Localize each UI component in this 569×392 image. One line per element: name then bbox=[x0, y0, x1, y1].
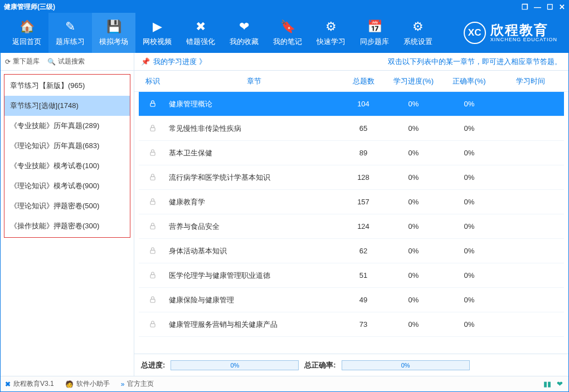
category-item[interactable]: 章节练习[选做](1748) bbox=[4, 96, 130, 116]
tool-icon: ⚙ bbox=[410, 19, 426, 35]
progress-cell: 0% bbox=[386, 198, 441, 206]
svg-rect-0 bbox=[150, 103, 155, 106]
toolbar-btn-6[interactable]: 🔖我的笔记 bbox=[266, 13, 309, 53]
chapter-cell: 营养与食品安全 bbox=[167, 222, 341, 232]
brand-sub: XINCHENG EDUCATION bbox=[490, 37, 557, 43]
svg-rect-4 bbox=[150, 201, 155, 204]
lock-icon bbox=[148, 148, 158, 158]
maximize-icon[interactable]: ☐ bbox=[547, 3, 553, 11]
table-body[interactable]: 健康管理概论 104 0% 0% 常见慢性非传染性疾病 65 0% 0% 基本卫… bbox=[134, 92, 568, 354]
total-accuracy-bar: 0% bbox=[342, 360, 470, 370]
search-questions-button[interactable]: 🔍 试题搜索 bbox=[47, 57, 85, 66]
restore-icon[interactable]: ❐ bbox=[522, 3, 528, 11]
toolbar-btn-2[interactable]: 💾模拟考场 bbox=[92, 13, 135, 53]
tool-label: 我的收藏 bbox=[230, 37, 259, 47]
total-cell: 89 bbox=[341, 149, 386, 157]
chapter-cell: 健康管理服务营销与相关健康产品 bbox=[167, 320, 341, 330]
tool-label: 题库练习 bbox=[56, 37, 85, 47]
lock-cell bbox=[139, 319, 167, 330]
table-row[interactable]: 医学伦理学与健康管理职业道德 51 0% 0% bbox=[139, 263, 564, 288]
category-item[interactable]: 《专业技能》模考试卷(100) bbox=[4, 156, 130, 176]
titlebar[interactable]: 健康管理师(三级) ❐ — ☐ ✕ bbox=[1, 1, 568, 13]
table-header: 标识 章节 总题数 学习进度(%) 正确率(%) 学习时间 bbox=[134, 71, 568, 92]
toolbar-btn-5[interactable]: ❤我的收藏 bbox=[222, 13, 266, 53]
table-row[interactable]: 基本卫生保健 89 0% 0% bbox=[139, 141, 564, 165]
toolbar-btn-9[interactable]: ⚙系统设置 bbox=[396, 13, 440, 53]
toolbar-btn-3[interactable]: ▶网校视频 bbox=[135, 13, 179, 53]
accuracy-cell: 0% bbox=[441, 296, 497, 304]
arrow-icon: » bbox=[121, 380, 125, 388]
tool-label: 快速学习 bbox=[317, 37, 346, 47]
minimize-icon[interactable]: — bbox=[534, 3, 541, 11]
tool-icon: ▶ bbox=[149, 19, 166, 35]
toolbar-btn-7[interactable]: ⚙快速学习 bbox=[309, 13, 353, 53]
toolbar-btn-0[interactable]: 🏠返回首页 bbox=[5, 13, 48, 53]
brand-logo: XC bbox=[464, 22, 486, 44]
progress-cell: 0% bbox=[386, 173, 441, 182]
tool-icon: ❤ bbox=[236, 19, 252, 35]
close-icon[interactable]: ✕ bbox=[559, 3, 565, 11]
accuracy-cell: 0% bbox=[441, 124, 497, 133]
col-chapter-header: 章节 bbox=[167, 76, 341, 86]
toolbar-btn-4[interactable]: ✖错题强化 bbox=[179, 13, 222, 53]
lock-icon bbox=[148, 295, 158, 305]
status-official[interactable]: » 官方主页 bbox=[121, 379, 154, 389]
tool-icon: 💾 bbox=[105, 19, 122, 35]
category-item[interactable]: 《操作技能》押题密卷(300) bbox=[4, 216, 130, 236]
col-icon-header: 标识 bbox=[139, 76, 167, 86]
accuracy-cell: 0% bbox=[441, 173, 497, 182]
table-row[interactable]: 身体活动基本知识 62 0% 0% bbox=[139, 239, 564, 263]
col-accuracy-header: 正确率(%) bbox=[441, 76, 497, 86]
category-item[interactable]: 《理论知识》历年真题(683) bbox=[4, 136, 130, 156]
table-row[interactable]: 健康管理服务营销与相关健康产品 73 0% 0% bbox=[139, 312, 564, 337]
status-helper[interactable]: 🧑 软件小助手 bbox=[65, 379, 110, 389]
category-item[interactable]: 《理论知识》模考试卷(900) bbox=[4, 176, 130, 196]
app-version: 欣程教育V3.1 bbox=[13, 379, 54, 389]
toolbar-btn-1[interactable]: ✎题库练习 bbox=[48, 13, 92, 53]
lock-cell bbox=[139, 99, 167, 109]
tool-icon: 🏠 bbox=[18, 19, 35, 35]
category-list: 章节练习【新版】(965)章节练习[选做](1748)《专业技能》历年真题(28… bbox=[1, 71, 134, 376]
table-row[interactable]: 健康保险与健康管理 49 0% 0% bbox=[139, 288, 564, 312]
chart-icon[interactable]: ▮▮ bbox=[543, 380, 552, 389]
accuracy-cell: 0% bbox=[441, 247, 497, 255]
lock-icon bbox=[148, 319, 158, 329]
heart-icon[interactable]: ❤ bbox=[555, 380, 564, 389]
progress-cell: 0% bbox=[386, 149, 441, 157]
total-progress-value: 0% bbox=[230, 362, 239, 369]
category-item[interactable]: 《理论知识》押题密卷(500) bbox=[4, 196, 130, 216]
refresh-icon: ⟳ bbox=[5, 58, 11, 66]
category-item[interactable]: 章节练习【新版】(965) bbox=[4, 76, 130, 96]
total-cell: 73 bbox=[341, 320, 386, 329]
lock-cell bbox=[139, 295, 167, 305]
tool-label: 网校视频 bbox=[143, 37, 172, 47]
total-cell: 124 bbox=[341, 222, 386, 231]
refresh-db-button[interactable]: ⟳ 重下题库 bbox=[5, 57, 40, 66]
svg-rect-2 bbox=[150, 152, 155, 155]
main-toolbar: 🏠返回首页✎题库练习💾模拟考场▶网校视频✖错题强化❤我的收藏🔖我的笔记⚙快速学习… bbox=[1, 13, 568, 53]
lock-icon bbox=[148, 99, 158, 109]
lock-icon bbox=[148, 221, 158, 231]
status-app[interactable]: ✖ 欣程教育V3.1 bbox=[5, 379, 54, 389]
toolbar-btn-8[interactable]: 📅同步题库 bbox=[353, 13, 396, 53]
tool-label: 我的笔记 bbox=[273, 37, 302, 47]
table-row[interactable]: 流行病学和医学统计学基本知识 128 0% 0% bbox=[139, 165, 564, 190]
table-row[interactable]: 健康管理概论 104 0% 0% bbox=[139, 92, 564, 116]
table-row[interactable]: 健康教育学 157 0% 0% bbox=[139, 190, 564, 214]
total-cell: 104 bbox=[341, 100, 386, 108]
svg-rect-9 bbox=[150, 324, 155, 327]
col-total-header: 总题数 bbox=[341, 76, 386, 86]
my-progress-link[interactable]: 📌 我的学习进度 》 bbox=[141, 57, 206, 67]
table-row[interactable]: 常见慢性非传染性疾病 65 0% 0% bbox=[139, 116, 564, 141]
lock-icon bbox=[148, 123, 158, 133]
total-cell: 157 bbox=[341, 198, 386, 206]
progress-link-label: 我的学习进度 》 bbox=[153, 57, 206, 67]
accuracy-cell: 0% bbox=[441, 198, 497, 206]
brand-main: 欣程教育 bbox=[490, 23, 557, 37]
progress-cell: 0% bbox=[386, 271, 441, 280]
sidebar: ⟳ 重下题库 🔍 试题搜索 章节练习【新版】(965)章节练习[选做](1748… bbox=[1, 53, 134, 376]
table-row[interactable]: 营养与食品安全 124 0% 0% bbox=[139, 214, 564, 239]
category-item[interactable]: 《专业技能》历年真题(289) bbox=[4, 116, 130, 136]
total-accuracy-value: 0% bbox=[401, 362, 410, 369]
total-progress-bar: 0% bbox=[171, 360, 299, 370]
